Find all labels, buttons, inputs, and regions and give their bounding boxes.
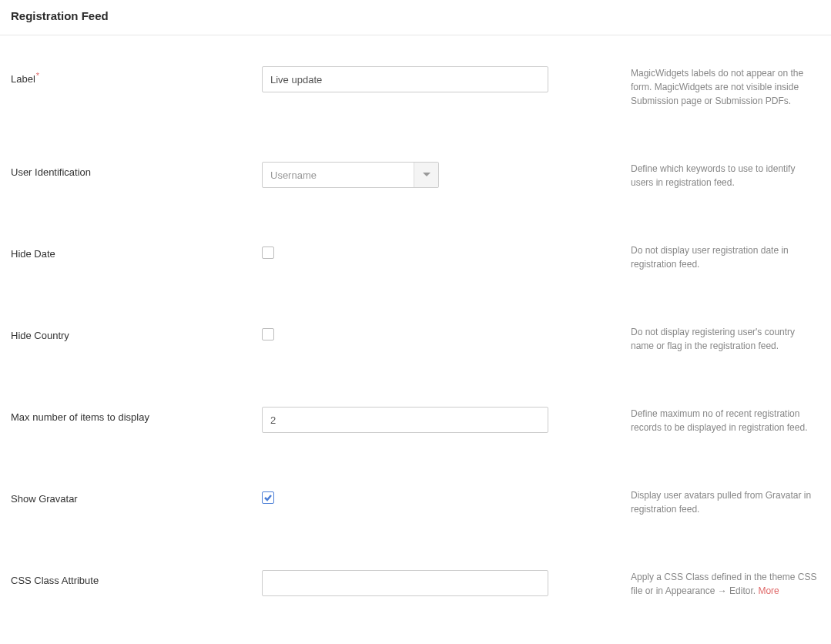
hide-country-checkbox[interactable] [262,328,274,340]
max-items-input[interactable] [262,407,548,433]
field-control: Username [262,162,620,188]
field-control [262,66,620,92]
field-label: Max number of items to display [11,407,262,423]
required-mark: * [36,71,39,80]
more-link[interactable]: More [758,585,779,596]
field-label: Hide Date [11,243,262,260]
help-text: Apply a CSS Class defined in the theme C… [631,572,816,596]
field-control [262,407,620,433]
field-control [262,570,620,596]
field-row-max-items: Max number of items to display Define ma… [11,407,820,434]
field-help: Apply a CSS Class defined in the theme C… [620,570,820,598]
hide-date-checkbox[interactable] [262,247,274,259]
gravatar-checkbox[interactable] [262,491,274,504]
field-help: Define maximum no of recent registration… [620,407,820,434]
user-id-select[interactable]: Username [262,162,439,188]
field-label: Hide Country [11,325,262,341]
field-help: Do not display registering user's countr… [620,325,820,353]
page-title: Registration Feed [11,9,820,22]
label-input[interactable] [262,66,548,92]
panel-header: Registration Feed [0,0,831,35]
field-label: CSS Class Attribute [11,570,262,586]
field-row-user-id: User Identification Username Define whic… [11,162,820,190]
form-body: Label* MagicWidgets labels do not appear… [0,35,831,644]
field-row-hide-country: Hide Country Do not display registering … [11,325,820,353]
field-label: User Identification [11,162,262,178]
field-label: Label* [11,66,262,85]
field-row-label: Label* MagicWidgets labels do not appear… [11,66,820,108]
field-help: Display user avatars pulled from Gravata… [620,488,820,516]
select-value: Username [263,169,414,181]
field-row-css-class: CSS Class Attribute Apply a CSS Class de… [11,570,820,598]
css-class-input[interactable] [262,570,548,596]
field-control [262,325,620,343]
field-row-gravatar: Show Gravatar Display user avatars pulle… [11,488,820,516]
field-row-hide-date: Hide Date Do not display user registrati… [11,243,820,271]
field-help: Define which keywords to use to identify… [620,162,820,190]
chevron-down-icon [414,163,438,187]
field-help: MagicWidgets labels do not appear on the… [620,66,820,108]
label-text: Label [11,73,35,85]
field-control [262,243,620,261]
field-control [262,488,620,505]
field-help: Do not display user registration date in… [620,243,820,271]
field-label: Show Gravatar [11,488,262,505]
